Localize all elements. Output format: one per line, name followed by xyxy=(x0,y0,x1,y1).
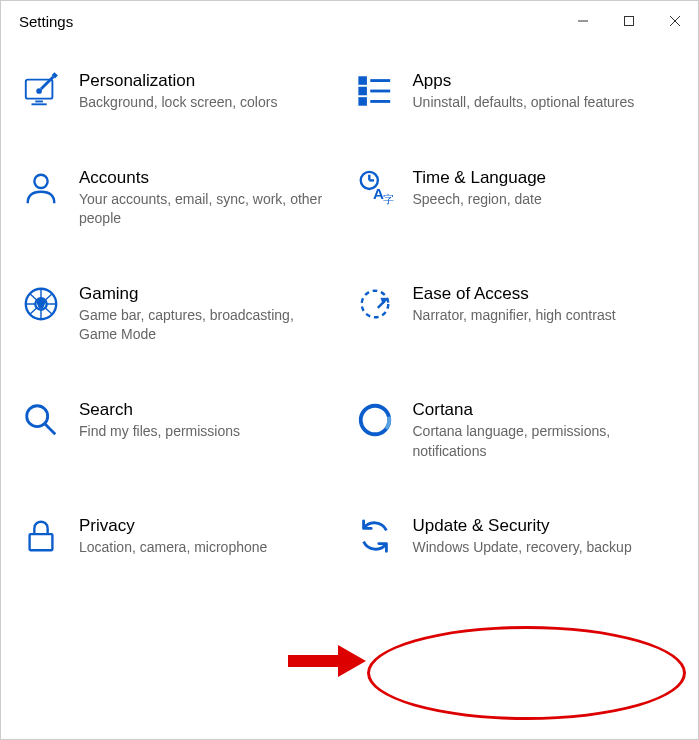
settings-item-search[interactable]: Search Find my files, permissions xyxy=(21,400,345,461)
close-button[interactable] xyxy=(652,1,698,41)
item-desc: Windows Update, recovery, backup xyxy=(413,538,669,558)
gaming-icon xyxy=(21,284,61,324)
minimize-button[interactable] xyxy=(560,1,606,41)
svg-line-23 xyxy=(377,301,384,308)
item-title: Privacy xyxy=(79,516,335,536)
item-title: Time & Language xyxy=(413,168,669,188)
item-desc: Location, camera, microphone xyxy=(79,538,335,558)
item-desc: Find my files, permissions xyxy=(79,422,335,442)
settings-item-ease-of-access[interactable]: Ease of Access Narrator, magnifier, high… xyxy=(355,284,679,345)
ease-of-access-icon xyxy=(355,284,395,324)
item-desc: Cortana language, permissions, notificat… xyxy=(413,422,669,461)
svg-rect-28 xyxy=(30,534,53,550)
settings-item-privacy[interactable]: Privacy Location, camera, microphone xyxy=(21,516,345,558)
annotation-arrow xyxy=(288,641,368,681)
personalization-icon xyxy=(21,71,61,111)
settings-item-personalization[interactable]: Personalization Background, lock screen,… xyxy=(21,71,345,113)
item-desc: Uninstall, defaults, optional features xyxy=(413,93,669,113)
svg-marker-30 xyxy=(338,645,366,677)
item-title: Gaming xyxy=(79,284,335,304)
maximize-button[interactable] xyxy=(606,1,652,41)
accounts-icon xyxy=(21,168,61,208)
svg-line-25 xyxy=(45,424,55,434)
settings-window: Settings Personalizatio xyxy=(0,0,699,740)
item-desc: Your accounts, email, sync, work, other … xyxy=(79,190,335,229)
svg-rect-29 xyxy=(288,655,338,667)
titlebar: Settings xyxy=(1,1,698,41)
settings-item-time-language[interactable]: A 字 Time & Language Speech, region, date xyxy=(355,168,679,229)
svg-rect-8 xyxy=(359,78,365,84)
item-title: Update & Security xyxy=(413,516,669,536)
search-icon xyxy=(21,400,61,440)
item-title: Search xyxy=(79,400,335,420)
svg-rect-10 xyxy=(359,99,365,105)
svg-point-7 xyxy=(37,89,41,93)
settings-item-accounts[interactable]: Accounts Your accounts, email, sync, wor… xyxy=(21,168,345,229)
item-desc: Background, lock screen, colors xyxy=(79,93,335,113)
settings-grid: Personalization Background, lock screen,… xyxy=(1,41,698,578)
svg-rect-9 xyxy=(359,88,365,94)
update-security-icon xyxy=(355,516,395,556)
apps-icon xyxy=(355,71,395,111)
item-title: Apps xyxy=(413,71,669,91)
item-desc: Game bar, captures, broadcasting, Game M… xyxy=(79,306,335,345)
svg-text:字: 字 xyxy=(382,193,393,205)
item-title: Personalization xyxy=(79,71,335,91)
settings-item-cortana[interactable]: Cortana Cortana language, permissions, n… xyxy=(355,400,679,461)
window-title: Settings xyxy=(19,13,560,30)
svg-point-24 xyxy=(27,406,48,427)
svg-point-14 xyxy=(34,174,47,187)
settings-item-update-security[interactable]: Update & Security Windows Update, recove… xyxy=(355,516,679,558)
svg-point-26 xyxy=(360,406,389,435)
item-desc: Narrator, magnifier, high contrast xyxy=(413,306,669,326)
time-language-icon: A 字 xyxy=(355,168,395,208)
settings-item-apps[interactable]: Apps Uninstall, defaults, optional featu… xyxy=(355,71,679,113)
annotation-highlight-ellipse xyxy=(367,626,686,720)
item-title: Ease of Access xyxy=(413,284,669,304)
item-desc: Speech, region, date xyxy=(413,190,669,210)
item-title: Cortana xyxy=(413,400,669,420)
svg-rect-1 xyxy=(625,17,634,26)
item-title: Accounts xyxy=(79,168,335,188)
settings-item-gaming[interactable]: Gaming Game bar, captures, broadcasting,… xyxy=(21,284,345,345)
privacy-icon xyxy=(21,516,61,556)
cortana-icon xyxy=(355,400,395,440)
svg-point-22 xyxy=(361,290,388,317)
